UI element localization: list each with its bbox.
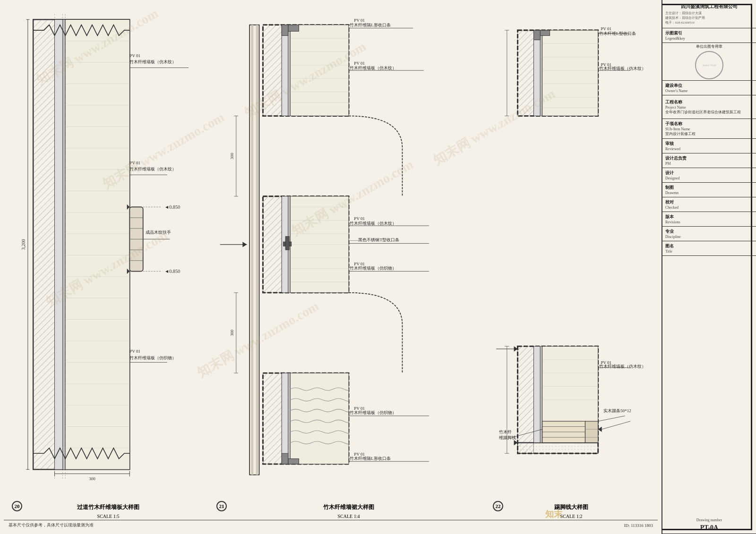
- svg-line-176: [598, 416, 625, 421]
- company-details: 主任设计：屈综合计大溪 建筑技术：屈综合计划产用 电子：028-62300519: [665, 11, 753, 25]
- footer-bar: 基本尺寸仅供参考，具体尺寸以现场量测为准 ID: 113316 1803: [4, 520, 658, 530]
- svg-rect-69: [288, 25, 291, 116]
- svg-text:3,200: 3,200: [21, 239, 26, 250]
- owner-cn: 建设单位: [665, 83, 753, 89]
- svg-text:竹木纤维墙板（仿织物）: 竹木纤维墙板（仿织物）: [129, 356, 176, 360]
- checked-en: Checked: [665, 205, 753, 210]
- svg-rect-80: [263, 196, 282, 293]
- drawing-scale-20: SCALE 1:5: [9, 514, 207, 519]
- title-section: 图名 Title: [662, 241, 756, 256]
- svg-text:竹木纤维墙板（仿木纹）: 竹木纤维墙板（仿木纹）: [599, 66, 646, 71]
- svg-rect-97: [282, 373, 288, 464]
- svg-text:PV 01: PV 01: [601, 26, 611, 31]
- drawing-number-label: Drawing number PT-0A: [665, 518, 753, 532]
- svg-rect-7: [63, 19, 66, 469]
- footer-text: 基本尺寸仅供参考，具体尺寸以现场量测为准: [9, 522, 94, 528]
- drawn-cn: 制图: [665, 185, 753, 191]
- svg-text:成品木纹扶手: 成品木纹扶手: [146, 230, 171, 235]
- svg-rect-78: [282, 25, 288, 36]
- sub-item-en: SUb-Item Name: [665, 127, 753, 131]
- svg-text:300: 300: [230, 330, 234, 336]
- drawing-21-svg: PV 01 竹木纤维隔L形收口条 PV 01 竹木纤维墙板（仿木纹） PV 01…: [214, 14, 483, 496]
- footer-id: ID: 113316 1803: [624, 523, 653, 528]
- drawn-en: Drawmn: [665, 191, 753, 195]
- title-cn: 图名: [665, 243, 753, 249]
- drawings-container: 3,200 ◄0.850 ◄0.850 PV 01 竹木纤维墙板（仿木纹） PV…: [9, 9, 652, 496]
- svg-rect-100: [288, 459, 299, 464]
- pm-section: 设计总负责 PM: [662, 153, 756, 168]
- issue-seal-section: 单位出图专用章 Issue Seal: [662, 43, 756, 81]
- sub-item-cn: 子项名称: [665, 121, 753, 127]
- svg-rect-158: [518, 346, 534, 453]
- checked-section: 校对 Checked: [662, 197, 756, 212]
- drawing-22-svg: PV 01 竹木纤维L型收口条 PV 01 竹木纤维墙板（仿木纹）: [490, 14, 652, 496]
- title-en: Title: [665, 249, 753, 254]
- svg-rect-95: [263, 373, 282, 464]
- project-en: Project Name: [665, 105, 753, 110]
- owner-section: 建设单位 Owner's Name: [662, 81, 756, 95]
- svg-text:◄0.850: ◄0.850: [164, 269, 180, 274]
- svg-rect-162: [534, 346, 541, 442]
- svg-rect-93: [285, 237, 289, 250]
- svg-rect-99: [290, 373, 349, 464]
- revisions-section: 版本 Revisions: [662, 212, 756, 227]
- reviewed-section: 审核 Reviewed: [662, 139, 756, 153]
- legend-cn: 示图索引: [665, 30, 753, 36]
- revisions-en: Revisions: [665, 220, 753, 224]
- svg-rect-149: [540, 30, 550, 35]
- designed-cn: 设计: [665, 170, 753, 176]
- seal-circle: Issue Seal: [695, 51, 723, 79]
- issue-seal-cn: 单位出图专用章: [695, 44, 723, 49]
- svg-rect-103: [251, 25, 254, 475]
- company-name: 四川盛溪润筑工程有限公司: [665, 3, 753, 10]
- svg-rect-98: [288, 373, 291, 464]
- svg-text:竹木纤维墙板（仿木纹）: 竹木纤维墙板（仿木纹）: [129, 167, 176, 171]
- svg-rect-70: [290, 25, 349, 116]
- svg-text:竹木纤维墙板（仿木纹）: 竹木纤维墙板（仿木纹）: [350, 66, 396, 70]
- svg-text:维踢脚线: 维踢脚线: [499, 435, 516, 440]
- svg-text:PV 01: PV 01: [354, 216, 365, 221]
- svg-text:竹木纤维墙板（仿织物）: 竹木纤维墙板（仿织物）: [350, 266, 396, 271]
- svg-rect-163: [540, 346, 542, 442]
- designed-en: Designed: [665, 176, 753, 180]
- drawing-number-value: PT-0A: [665, 524, 753, 532]
- svg-text:PV 01: PV 01: [129, 349, 140, 354]
- project-cn: 工程名称: [665, 99, 753, 105]
- revisions-cn: 版本: [665, 214, 753, 220]
- title-block: 四川盛溪润筑工程有限公司 主任设计：屈综合计大溪 建筑技术：屈综合计划产用 电子…: [662, 0, 756, 534]
- svg-rect-138: [518, 30, 534, 116]
- sub-item-section: 子项名称 SUb-Item Name 室内设计装修工程: [662, 119, 756, 139]
- svg-text:PV 01: PV 01: [129, 53, 140, 58]
- svg-rect-8: [65, 19, 129, 469]
- svg-text:300: 300: [230, 153, 234, 159]
- svg-rect-101: [282, 453, 288, 464]
- svg-rect-104: [256, 25, 258, 475]
- drawn-section: 制图 Drawmn: [662, 183, 756, 197]
- svg-rect-160: [518, 443, 598, 454]
- svg-rect-141: [540, 30, 542, 116]
- discipline-cn: 专业: [665, 229, 753, 235]
- svg-line-179: [602, 421, 630, 429]
- owner-en: Owner's Name: [665, 89, 753, 93]
- drawing-number-section: Drawing number PT-0A: [662, 256, 756, 534]
- svg-text:竹木纤维墙板（仿木纹）: 竹木纤维墙板（仿木纹）: [129, 59, 176, 64]
- svg-rect-173: [585, 421, 598, 442]
- project-value: 全年收养门诊街道社区养老综合体建筑装工程: [665, 110, 753, 115]
- drawing-title-21: 竹木纤维墙裙大样图: [214, 503, 483, 511]
- svg-text:300: 300: [89, 476, 95, 481]
- svg-text:实木踢条50*12: 实木踢条50*12: [603, 408, 631, 413]
- svg-text:竹木纤维墙板（仿木纹）: 竹木纤维墙板（仿木纹）: [599, 364, 646, 369]
- reviewed-cn: 审核: [665, 141, 753, 147]
- svg-text:PV 01: PV 01: [354, 18, 365, 23]
- svg-rect-150: [534, 30, 541, 40]
- drawing-title-20: 过道竹木纤维墙板大样图: [9, 503, 207, 511]
- discipline-section: 专业 Discipline: [662, 227, 756, 241]
- drawing-20-svg: 3,200 ◄0.850 ◄0.850 PV 01 竹木纤维墙板（仿木纹） PV…: [9, 14, 207, 496]
- pm-cn: 设计总负责: [665, 155, 753, 161]
- issue-seal-en: Issue Seal: [703, 63, 716, 67]
- legend-section: 示图索引 Legend&key: [662, 28, 756, 43]
- svg-rect-68: [282, 25, 288, 116]
- svg-rect-77: [288, 25, 299, 32]
- drawing-title-22: 踢脚线大样图: [490, 503, 652, 511]
- svg-text:竹木纤维隔L形收口条: 竹木纤维隔L形收口条: [350, 456, 391, 461]
